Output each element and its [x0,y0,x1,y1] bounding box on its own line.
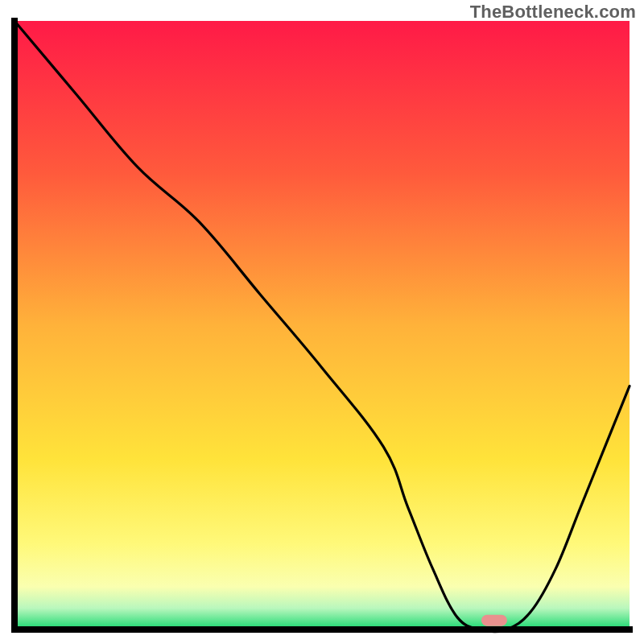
optimum-marker [481,615,507,626]
bottleneck-chart [0,0,644,644]
watermark-text: TheBottleneck.com [470,2,636,23]
plot-background [14,21,630,630]
chart-stage: TheBottleneck.com [0,0,644,644]
